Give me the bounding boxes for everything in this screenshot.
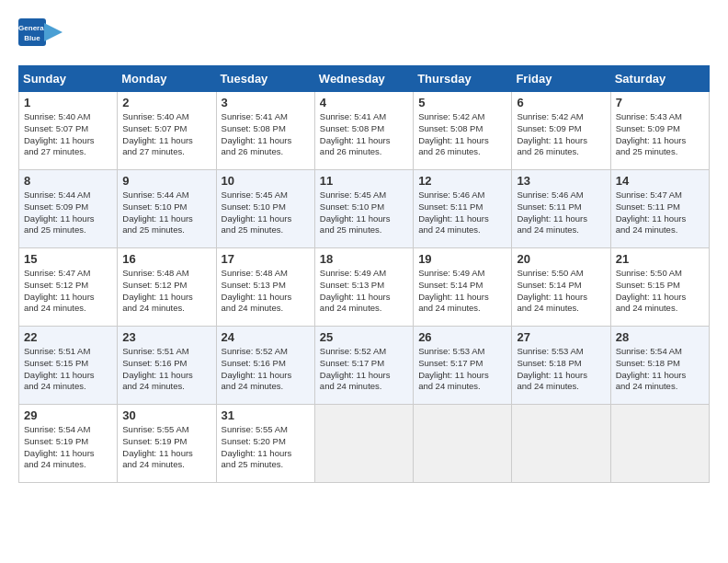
day-info: Sunrise: 5:45 AM Sunset: 5:10 PM Dayligh… — [222, 190, 310, 236]
day-number: 2 — [122, 96, 210, 109]
calendar-cell — [610, 405, 709, 483]
day-info: Sunrise: 5:54 AM Sunset: 5:19 PM Dayligh… — [24, 424, 112, 471]
calendar-cell: 22Sunrise: 5:51 AM Sunset: 5:15 PM Dayli… — [19, 327, 118, 405]
calendar-cell: 27Sunrise: 5:53 AM Sunset: 5:18 PM Dayli… — [512, 327, 610, 405]
day-number: 29 — [24, 408, 112, 422]
calendar-cell: 10Sunrise: 5:45 AM Sunset: 5:10 PM Dayli… — [216, 170, 314, 248]
day-number: 11 — [320, 174, 408, 188]
day-info: Sunrise: 5:55 AM Sunset: 5:20 PM Dayligh… — [222, 424, 310, 471]
day-info: Sunrise: 5:51 AM Sunset: 5:16 PM Dayligh… — [122, 346, 210, 393]
day-info: Sunrise: 5:41 AM Sunset: 5:08 PM Dayligh… — [320, 111, 408, 158]
day-info: Sunrise: 5:51 AM Sunset: 5:15 PM Dayligh… — [24, 346, 112, 393]
day-number: 8 — [24, 174, 112, 188]
calendar-cell: 18Sunrise: 5:49 AM Sunset: 5:13 PM Dayli… — [314, 248, 413, 327]
day-number: 28 — [616, 330, 704, 344]
calendar-cell: 14Sunrise: 5:47 AM Sunset: 5:11 PM Dayli… — [610, 170, 709, 248]
day-info: Sunrise: 5:42 AM Sunset: 5:09 PM Dayligh… — [517, 111, 605, 158]
week-row-2: 8Sunrise: 5:44 AM Sunset: 5:09 PM Daylig… — [19, 170, 710, 248]
calendar-cell: 30Sunrise: 5:55 AM Sunset: 5:19 PM Dayli… — [118, 405, 216, 483]
day-info: Sunrise: 5:48 AM Sunset: 5:13 PM Dayligh… — [222, 268, 310, 315]
calendar-cell: 19Sunrise: 5:49 AM Sunset: 5:14 PM Dayli… — [414, 248, 512, 327]
logo-svg: General Blue — [18, 18, 64, 60]
day-number: 17 — [222, 252, 310, 266]
day-info: Sunrise: 5:40 AM Sunset: 5:07 PM Dayligh… — [24, 111, 112, 158]
day-info: Sunrise: 5:52 AM Sunset: 5:16 PM Dayligh… — [222, 346, 310, 393]
day-info: Sunrise: 5:50 AM Sunset: 5:14 PM Dayligh… — [517, 268, 605, 315]
day-number: 20 — [517, 252, 605, 266]
day-number: 4 — [320, 96, 408, 109]
calendar-cell: 23Sunrise: 5:51 AM Sunset: 5:16 PM Dayli… — [118, 327, 216, 405]
day-number: 24 — [222, 330, 310, 344]
day-info: Sunrise: 5:53 AM Sunset: 5:18 PM Dayligh… — [517, 346, 605, 393]
day-info: Sunrise: 5:49 AM Sunset: 5:14 PM Dayligh… — [418, 268, 506, 315]
header-row: SundayMondayTuesdayWednesdayThursdayFrid… — [19, 66, 710, 92]
day-info: Sunrise: 5:54 AM Sunset: 5:18 PM Dayligh… — [616, 346, 704, 393]
day-number: 19 — [418, 252, 506, 266]
day-info: Sunrise: 5:47 AM Sunset: 5:11 PM Dayligh… — [616, 190, 704, 236]
day-info: Sunrise: 5:41 AM Sunset: 5:08 PM Dayligh… — [222, 111, 310, 158]
day-number: 23 — [122, 330, 210, 344]
calendar-cell: 12Sunrise: 5:46 AM Sunset: 5:11 PM Dayli… — [414, 170, 512, 248]
day-number: 27 — [517, 330, 605, 344]
day-number: 1 — [24, 96, 112, 109]
svg-marker-3 — [44, 23, 63, 41]
column-header-thursday: Thursday — [414, 66, 512, 92]
calendar-cell: 16Sunrise: 5:48 AM Sunset: 5:12 PM Dayli… — [118, 248, 216, 327]
calendar-cell: 24Sunrise: 5:52 AM Sunset: 5:16 PM Dayli… — [216, 327, 314, 405]
logo: General Blue — [18, 18, 64, 60]
calendar-cell: 13Sunrise: 5:46 AM Sunset: 5:11 PM Dayli… — [512, 170, 610, 248]
day-number: 12 — [418, 174, 506, 188]
svg-text:General: General — [18, 24, 46, 32]
calendar-cell: 3Sunrise: 5:41 AM Sunset: 5:08 PM Daylig… — [216, 92, 314, 170]
day-number: 14 — [616, 174, 704, 188]
column-header-friday: Friday — [512, 66, 610, 92]
day-info: Sunrise: 5:42 AM Sunset: 5:08 PM Dayligh… — [418, 111, 506, 158]
calendar-cell: 8Sunrise: 5:44 AM Sunset: 5:09 PM Daylig… — [19, 170, 118, 248]
calendar-cell: 28Sunrise: 5:54 AM Sunset: 5:18 PM Dayli… — [610, 327, 709, 405]
week-row-3: 15Sunrise: 5:47 AM Sunset: 5:12 PM Dayli… — [19, 248, 710, 327]
day-info: Sunrise: 5:45 AM Sunset: 5:10 PM Dayligh… — [320, 190, 408, 236]
svg-text:Blue: Blue — [24, 34, 40, 42]
calendar-cell — [314, 405, 413, 483]
calendar-cell: 5Sunrise: 5:42 AM Sunset: 5:08 PM Daylig… — [414, 92, 512, 170]
day-info: Sunrise: 5:44 AM Sunset: 5:09 PM Dayligh… — [24, 190, 112, 236]
day-number: 31 — [222, 408, 310, 422]
calendar-cell: 25Sunrise: 5:52 AM Sunset: 5:17 PM Dayli… — [314, 327, 413, 405]
calendar-cell: 1Sunrise: 5:40 AM Sunset: 5:07 PM Daylig… — [19, 92, 118, 170]
calendar-cell: 29Sunrise: 5:54 AM Sunset: 5:19 PM Dayli… — [19, 405, 118, 483]
page-header: General Blue — [18, 18, 710, 60]
day-number: 15 — [24, 252, 112, 266]
day-number: 7 — [616, 96, 704, 109]
day-number: 16 — [122, 252, 210, 266]
calendar-cell: 4Sunrise: 5:41 AM Sunset: 5:08 PM Daylig… — [314, 92, 413, 170]
day-info: Sunrise: 5:47 AM Sunset: 5:12 PM Dayligh… — [24, 268, 112, 315]
column-header-sunday: Sunday — [19, 66, 118, 92]
day-info: Sunrise: 5:46 AM Sunset: 5:11 PM Dayligh… — [517, 190, 605, 236]
day-number: 26 — [418, 330, 506, 344]
calendar-cell: 15Sunrise: 5:47 AM Sunset: 5:12 PM Dayli… — [19, 248, 118, 327]
calendar-cell: 9Sunrise: 5:44 AM Sunset: 5:10 PM Daylig… — [118, 170, 216, 248]
calendar-table: SundayMondayTuesdayWednesdayThursdayFrid… — [18, 65, 710, 483]
day-info: Sunrise: 5:49 AM Sunset: 5:13 PM Dayligh… — [320, 268, 408, 315]
column-header-monday: Monday — [118, 66, 216, 92]
calendar-cell: 11Sunrise: 5:45 AM Sunset: 5:10 PM Dayli… — [314, 170, 413, 248]
day-number: 18 — [320, 252, 408, 266]
calendar-cell — [414, 405, 512, 483]
day-info: Sunrise: 5:46 AM Sunset: 5:11 PM Dayligh… — [418, 190, 506, 236]
calendar-cell: 31Sunrise: 5:55 AM Sunset: 5:20 PM Dayli… — [216, 405, 314, 483]
calendar-cell — [512, 405, 610, 483]
day-info: Sunrise: 5:43 AM Sunset: 5:09 PM Dayligh… — [616, 111, 704, 158]
day-info: Sunrise: 5:52 AM Sunset: 5:17 PM Dayligh… — [320, 346, 408, 393]
calendar-cell: 21Sunrise: 5:50 AM Sunset: 5:15 PM Dayli… — [610, 248, 709, 327]
day-number: 9 — [122, 174, 210, 188]
day-number: 10 — [222, 174, 310, 188]
day-number: 3 — [222, 96, 310, 109]
calendar-cell: 2Sunrise: 5:40 AM Sunset: 5:07 PM Daylig… — [118, 92, 216, 170]
day-info: Sunrise: 5:48 AM Sunset: 5:12 PM Dayligh… — [122, 268, 210, 315]
day-number: 13 — [517, 174, 605, 188]
day-number: 6 — [517, 96, 605, 109]
column-header-saturday: Saturday — [610, 66, 709, 92]
column-header-tuesday: Tuesday — [216, 66, 314, 92]
week-row-1: 1Sunrise: 5:40 AM Sunset: 5:07 PM Daylig… — [19, 92, 710, 170]
day-number: 22 — [24, 330, 112, 344]
